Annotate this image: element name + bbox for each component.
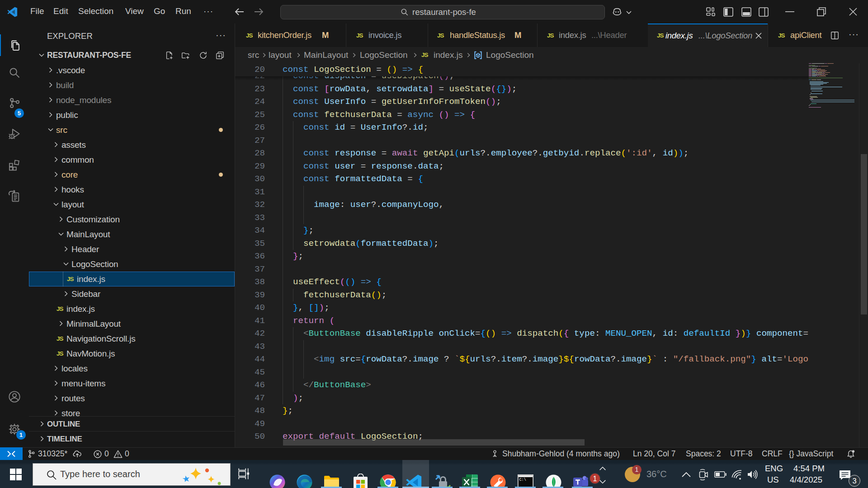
svg-text:C:\: C:\ (519, 478, 526, 482)
